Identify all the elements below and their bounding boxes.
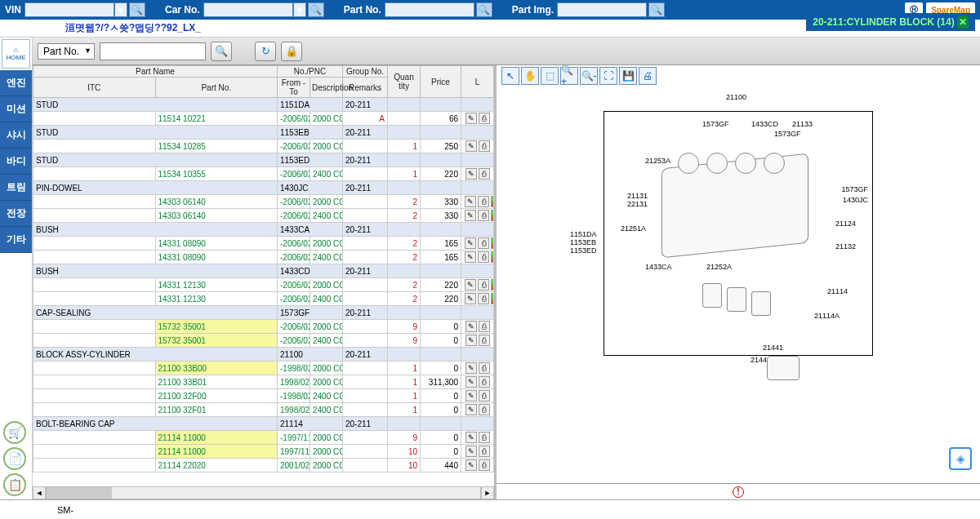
zoom-area-tool[interactable]: ⬚ — [541, 67, 559, 85]
partimg-label: Part Img. — [512, 4, 554, 16]
col-price: Price — [421, 66, 461, 98]
partimg-search-button[interactable]: 🔍 — [648, 2, 665, 17]
carno-label: Car No. — [165, 4, 200, 16]
zoom-in-button[interactable]: 🔍+ — [560, 67, 578, 85]
group-header-row[interactable]: PIN-DOWEL1430JC20-211 — [33, 181, 494, 195]
diagram-label: 21253A — [645, 157, 670, 165]
diagram-label: 21114A — [814, 312, 840, 320]
diagram-statusbar: ! — [497, 483, 980, 499]
search-mode-dropdown[interactable]: Part No. — [38, 43, 95, 60]
partimg-input[interactable] — [557, 2, 647, 17]
diagram-label: 21124 — [835, 220, 856, 228]
zoom-out-button[interactable]: 🔍- — [580, 67, 598, 85]
home-label: HOME — [7, 54, 26, 61]
save-button[interactable]: 💾 — [619, 67, 637, 85]
diagram-label: 21131 22131 — [627, 192, 648, 208]
part-row[interactable]: 14331 12130-2006/02/012400 CC >2220✎⎙ — [33, 292, 494, 306]
diagram-canvas[interactable]: 21100 1573GF 1433CD 21133 1573GF 21253A … — [497, 86, 980, 483]
partno-input[interactable] — [385, 2, 474, 17]
part-row[interactable]: 11514 10221-2006/02/012000 CC >A66✎⎙ — [33, 112, 494, 126]
part-row[interactable]: 21100 32F011998/02/15-2006/02/012400 CC … — [33, 403, 494, 417]
sidebar-item[interactable]: 전장 — [0, 201, 32, 227]
sidebar-item[interactable]: 바디 — [0, 149, 32, 175]
col-quantity: Quan tity — [388, 66, 421, 98]
pan-tool[interactable]: ✋ — [521, 67, 539, 85]
part-row[interactable]: 14331 12130-2006/02/012000 CC >2220✎⎙ — [33, 278, 494, 292]
part-row[interactable]: 21100 33B011998/02/15-2006/02/012000 CC … — [33, 375, 494, 389]
part-row[interactable]: 21114 220202001/02/05-2006/02/012000 CC … — [33, 459, 494, 472]
partno-label: Part No. — [344, 4, 381, 16]
group-header-row[interactable]: BLOCK ASSY-CYLINDER2110020-211 — [33, 348, 494, 362]
diagram-label: 1573GF — [702, 120, 729, 128]
sidebar-item[interactable]: 트림 — [0, 175, 32, 201]
diagram-toolbar: ↖ ✋ ⬚ 🔍+ 🔍- ⛶ 💾 🖨 — [497, 65, 980, 86]
carno-input[interactable] — [203, 2, 293, 17]
fit-button[interactable]: ⛶ — [599, 67, 617, 85]
home-button[interactable]: ⌂ HOME — [2, 39, 30, 69]
grid-hscroll[interactable]: ◄► — [33, 486, 494, 499]
part-row[interactable]: 21100 32F00-1998/02/152400 CC >10✎⎙ — [33, 389, 494, 403]
vin-input[interactable] — [24, 2, 114, 17]
part-row[interactable]: 21114 11000-1997/11/132000 CC >90✎⎙ — [33, 431, 494, 445]
print-button[interactable]: 🖨 — [639, 67, 657, 85]
group-header-row[interactable]: BUSH1433CD20-211 — [33, 264, 494, 278]
sidebar-item[interactable]: 기타 — [0, 227, 32, 253]
doc-button[interactable]: 📄 — [3, 447, 26, 470]
vin-search-button[interactable]: 🔍 — [129, 2, 145, 17]
clipboard-button[interactable]: 📋 — [3, 473, 26, 496]
diagram-label: 21100 — [726, 93, 746, 101]
diagram-label: 1433CA — [645, 263, 672, 271]
group-header-row[interactable]: STUD1153EB20-211 — [33, 126, 494, 140]
cart-button[interactable]: 🛒 — [3, 421, 26, 444]
partno-search-button[interactable]: 🔍 — [476, 2, 492, 17]
warning-icon: ! — [733, 486, 744, 498]
refresh-button[interactable]: ↻ — [255, 42, 276, 61]
diagram-label: 21441 — [763, 344, 783, 352]
group-header-row[interactable]: BOLT-BEARING CAP2111420-211 — [33, 417, 494, 431]
part-row[interactable]: 14303 06140-2006/02/012400 CC >2330✎⎙ — [33, 209, 494, 223]
col-no-pnc: No./PNC — [278, 66, 343, 78]
diagram-label: 1573GF — [841, 185, 868, 193]
part-row[interactable]: 14331 08090-2006/02/012400 CC >2165✎⎙ — [33, 251, 494, 264]
diagram-label: 1573GF — [774, 130, 801, 138]
part-row[interactable]: 14331 08090-2006/02/012000 CC >2165✎⎙ — [33, 237, 494, 251]
group-header-row[interactable]: STUD1153ED20-211 — [33, 153, 494, 167]
group-header-row[interactable]: BUSH1433CA20-211 — [33, 223, 494, 237]
vin-dropdown[interactable]: ▾ — [114, 2, 127, 17]
col-itc: ITC — [33, 78, 156, 98]
diagram-label: 21252A — [706, 263, 732, 271]
part-row[interactable]: 11534 10355-2006/02/012400 CC >1220✎⎙ — [33, 167, 494, 181]
diagram-label: 1433CD — [751, 120, 778, 128]
vin-label: VIN — [5, 4, 21, 16]
part-row[interactable]: 14303 06140-2006/02/012000 CC >2330✎⎙ — [33, 195, 494, 209]
diagram-label: 21132 — [835, 242, 856, 251]
pointer-tool[interactable]: ↖ — [501, 67, 519, 85]
col-description: Description — [310, 78, 343, 98]
lock-button[interactable]: 🔒 — [281, 42, 302, 61]
diagram-label: 21114 — [827, 287, 848, 295]
diagram-label: 1430JC — [843, 196, 868, 204]
part-row[interactable]: 15732 35001-2006/02/012000 CC >90✎⎙ — [33, 320, 494, 334]
parts-grid[interactable]: Part Name No./PNC Group No. Quan tity Pr… — [33, 65, 494, 486]
carno-search-button[interactable]: 🔍 — [308, 2, 324, 17]
diagram-frame: 1573GF 1433CD 21133 1573GF 21253A 21131 … — [604, 111, 873, 356]
part-row[interactable]: 21114 110001997/11/13-2001/02/052000 CC … — [33, 445, 494, 459]
group-header-row[interactable]: CAP-SEALING1573GF20-211 — [33, 306, 494, 320]
col-partno: Part No. — [155, 78, 278, 98]
part-row[interactable]: 11534 10285-2006/02/012000 CC >1250✎⎙ — [33, 140, 494, 153]
carno-dropdown[interactable]: ▾ — [293, 2, 306, 17]
sidebar-item[interactable]: 샤시 — [0, 122, 32, 149]
col-remarks: Remarks — [343, 78, 388, 98]
part-row[interactable]: 21100 33B00-1998/02/152000 CC >10✎⎙ — [33, 362, 494, 375]
group-header-row[interactable]: STUD1151DA20-211 — [33, 98, 494, 112]
part-row[interactable]: 15732 35001-2006/02/012400 CC >90✎⎙ — [33, 334, 494, 348]
grid-search-input[interactable] — [100, 42, 206, 60]
help-float-button[interactable]: ◈ — [949, 447, 972, 470]
diagram-title: 20-211:CYLINDER BLOCK (14) ✕ — [806, 13, 975, 31]
grid-search-button[interactable]: 🔍 — [211, 42, 232, 61]
home-icon: ⌂ — [14, 47, 18, 54]
left-sidebar: ⌂ HOME 엔진미션샤시바디트림전장기타 🛒 📄 📋 — [0, 38, 33, 499]
diagram-label: 21133 — [792, 120, 813, 128]
sidebar-item[interactable]: 엔진 — [0, 70, 32, 96]
sidebar-item[interactable]: 미션 — [0, 96, 32, 122]
